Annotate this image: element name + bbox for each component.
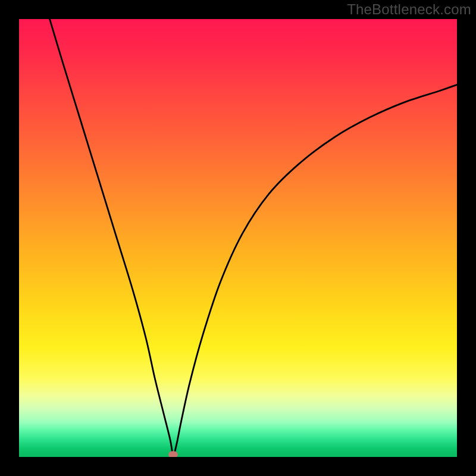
plot-area: [19, 19, 457, 457]
optimal-point-marker: [168, 451, 178, 457]
bottleneck-curve: [19, 19, 457, 457]
chart-frame: TheBottleneck.com: [0, 0, 476, 476]
watermark-text: TheBottleneck.com: [347, 1, 471, 18]
